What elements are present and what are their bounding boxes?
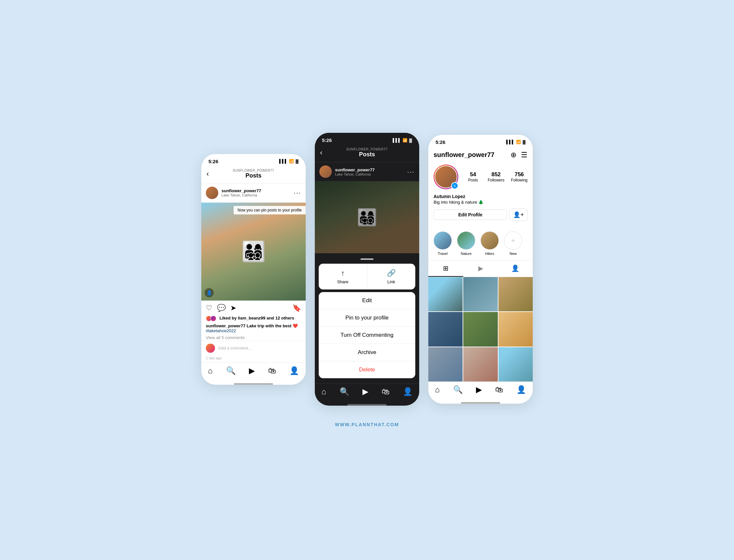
edit-profile-button[interactable]: Edit Profile	[433, 210, 507, 220]
grid-photo-9[interactable]	[498, 347, 533, 381]
home-nav-icon-3[interactable]: ⌂	[435, 385, 440, 394]
status-time-2: 5:26	[322, 137, 332, 143]
profile-top-actions: ⊕ ☰	[510, 151, 527, 159]
shop-nav-icon[interactable]: 🛍	[268, 366, 276, 375]
grid-photo-7[interactable]	[428, 347, 462, 381]
highlight-circle-hikes	[480, 231, 499, 250]
caption-username[interactable]: sunflower_power77	[206, 323, 245, 328]
tab-reels[interactable]: ▶	[463, 260, 498, 277]
wifi-icon-3: 📶	[516, 140, 521, 144]
grid-photo-4[interactable]	[428, 312, 462, 346]
search-nav-icon-3[interactable]: 🔍	[453, 385, 463, 394]
highlight-travel[interactable]: Travel	[433, 231, 452, 256]
comment-input-row: Add a comment...	[201, 341, 306, 355]
share-icon[interactable]: ➤	[230, 304, 236, 312]
following-stat[interactable]: 756 Following	[511, 171, 527, 182]
delete-action[interactable]: Delete	[319, 361, 415, 378]
profile-nav-icon[interactable]: 👤	[289, 366, 299, 375]
like-avatar-2	[211, 316, 216, 321]
reels-nav-icon-2[interactable]: ▶	[363, 387, 368, 396]
navbar-title-2: Posts	[359, 151, 375, 158]
phone-3: 5:26 ▌▌▌ 📶 ▓ sunflower_power77 ⊕ ☰	[428, 135, 533, 404]
edit-action[interactable]: Edit	[319, 292, 415, 309]
view-comments[interactable]: View all 5 comments	[201, 334, 306, 341]
caption-hashtag[interactable]: #laketahoe2022	[206, 328, 236, 333]
back-button-1[interactable]: ‹	[207, 170, 209, 178]
tab-grid[interactable]: ⊞	[428, 260, 463, 277]
grid-photo-3[interactable]	[498, 277, 533, 311]
post-image: 👨‍👩‍👧‍👦 👤	[201, 203, 306, 301]
grid-photo-1[interactable]	[428, 277, 462, 311]
highlight-hikes[interactable]: Hikes	[480, 231, 499, 256]
post-username-2[interactable]: sunflower_power77	[335, 167, 407, 172]
comment-placeholder[interactable]: Add a comment...	[218, 346, 252, 350]
search-nav-icon[interactable]: 🔍	[226, 366, 236, 375]
grid-photo-8[interactable]	[463, 347, 497, 381]
link-button[interactable]: 🔗 Link	[367, 264, 415, 289]
reels-nav-icon[interactable]: ▶	[249, 366, 255, 375]
bottom-nav-1: ⌂ 🔍 ▶ 🛍 👤	[201, 363, 306, 381]
post-more-button[interactable]: ···	[294, 189, 301, 196]
followers-stat[interactable]: 852 Followers	[488, 171, 504, 182]
comment-icon[interactable]: 💬	[217, 304, 226, 312]
action-sheet-top: ↑ Share 🔗 Link	[319, 264, 415, 289]
highlight-circle-new: +	[504, 231, 522, 250]
share-button[interactable]: ↑ Share	[319, 264, 367, 289]
home-indicator-3	[461, 402, 500, 404]
shop-nav-icon-3[interactable]: 🛍	[495, 385, 503, 394]
archive-action[interactable]: Archive	[319, 344, 415, 361]
like-icon[interactable]: ♡	[206, 304, 212, 312]
phone2-navbar: ‹ SUNFLOWER_POWER77 Posts	[315, 145, 419, 162]
tab-tagged[interactable]: 👤	[498, 260, 533, 277]
action-sheet-container: ↑ Share 🔗 Link Edit Pin to your profile …	[315, 264, 419, 383]
posts-count: 54	[465, 171, 481, 178]
shop-nav-icon-2[interactable]: 🛍	[382, 387, 389, 396]
add-story-button[interactable]: +	[451, 182, 458, 189]
home-indicator-2	[348, 404, 386, 406]
search-nav-icon-2[interactable]: 🔍	[340, 387, 350, 396]
following-count: 756	[511, 171, 527, 178]
post-likes: Liked by liam_beanz99 and 12 others	[201, 316, 306, 323]
post-location-2: Lake Tahoe, California	[335, 172, 407, 176]
status-bar-3: 5:26 ▌▌▌ 📶 ▓	[428, 135, 533, 147]
dark-image-overlay: 👨‍👩‍👧‍👦	[315, 181, 419, 253]
user-tag-icon: 👤	[205, 288, 214, 297]
link-label: Link	[387, 279, 395, 284]
pin-action[interactable]: Pin to your profile	[319, 309, 415, 327]
add-person-button[interactable]: 👤+	[509, 209, 527, 221]
home-nav-icon[interactable]: ⌂	[208, 366, 213, 375]
profile-username: sunflower_power77	[433, 151, 494, 159]
post-avatar-2	[320, 165, 332, 178]
grid-photo-2[interactable]	[463, 277, 497, 311]
share-icon-action: ↑	[341, 269, 345, 277]
add-post-button[interactable]: ⊕	[510, 151, 516, 159]
comment-avatar	[206, 344, 215, 353]
status-bar-2: 5:26 ▌▌▌ 📶 ▓	[315, 133, 419, 145]
highlight-new[interactable]: + New	[504, 231, 522, 256]
phones-container: 5:26 ▌▌▌ 📶 ▓ ‹ SUNFLOWER_POWER77 Posts s…	[201, 133, 533, 406]
home-nav-icon-2[interactable]: ⌂	[321, 387, 326, 396]
reels-nav-icon-3[interactable]: ▶	[476, 385, 482, 394]
profile-nav-icon-2[interactable]: 👤	[403, 387, 413, 396]
menu-button[interactable]: ☰	[521, 151, 527, 159]
liked-by-text: Liked by	[220, 316, 237, 320]
highlight-nature[interactable]: Nature	[457, 231, 475, 256]
turn-off-commenting-action[interactable]: Turn Off Commenting	[319, 327, 415, 344]
status-time-3: 5:26	[435, 139, 445, 145]
grid-icon: ⊞	[443, 264, 448, 272]
post-username[interactable]: sunflower_power77	[222, 188, 294, 193]
status-icons-3: ▌▌▌ 📶 ▓	[506, 140, 525, 144]
wifi-icon-2: 📶	[402, 138, 407, 143]
post-more-button-2[interactable]: ···	[407, 168, 414, 176]
grid-photo-5[interactable]	[463, 312, 497, 346]
followers-count: 852	[488, 171, 504, 178]
back-button-2[interactable]: ‹	[320, 148, 322, 157]
post-user-info: sunflower_power77 Lake Tahoe, California	[222, 188, 294, 197]
tagged-icon: 👤	[511, 264, 519, 272]
action-list: Edit Pin to your profile Turn Off Commen…	[319, 292, 415, 378]
bookmark-icon[interactable]: 🔖	[292, 304, 301, 312]
liked-user[interactable]: liam_beanz99	[238, 316, 266, 320]
grid-photo-6[interactable]	[498, 312, 533, 346]
profile-nav-icon-3[interactable]: 👤	[516, 385, 526, 394]
navbar-wrap-2: ‹ SUNFLOWER_POWER77 Posts	[315, 146, 419, 159]
